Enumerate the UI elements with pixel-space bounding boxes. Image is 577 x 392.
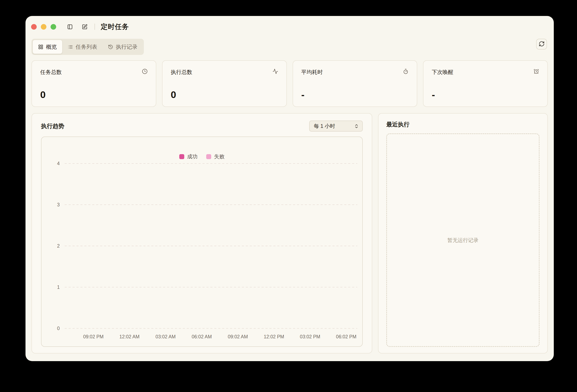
gridline [65,163,357,164]
trend-chart: 成功 失败 4321009:02 PM12:02 AM03:02 AM06:02… [41,137,363,347]
recent-empty-state: 暂无运行记录 [386,133,540,347]
legend-label: 成功 [187,153,198,160]
tab-label: 执行记录 [116,43,137,51]
grid-icon [38,44,43,49]
y-axis-tick: 3 [57,202,60,208]
gridline [65,205,357,205]
recent-title: 最近执行 [386,121,410,128]
stat-value: 0 [171,90,278,100]
stat-value: 0 [40,90,147,100]
tab-label: 概览 [46,43,57,51]
x-axis-tick: 06:02 PM [336,334,356,340]
interval-select[interactable]: 每 1 小时 [309,121,363,132]
x-axis-tick: 09:02 PM [83,334,104,340]
success-swatch [179,154,184,159]
tab-group: 概览 任务列表 执行记录 [32,39,144,55]
tab-label: 任务列表 [76,43,97,51]
activity-icon [273,69,278,74]
stat-value: - [301,90,409,100]
stat-card-total-tasks: 任务总数 0 [32,60,156,107]
chevrons-up-down-icon [354,124,359,129]
history-icon [108,44,113,49]
refresh-button[interactable] [536,39,547,49]
y-axis-tick: 2 [57,243,60,249]
gridline [65,246,357,246]
plot-area: 4321009:02 PM12:02 AM03:02 AM06:02 AM09:… [65,163,357,328]
trend-title: 执行趋势 [41,122,64,130]
tab-row: 概览 任务列表 执行记录 [26,39,554,55]
legend-item-success: 成功 [179,153,198,160]
title-bar: 定时任务 [31,21,548,33]
y-axis-tick: 0 [57,326,60,331]
trend-panel: 执行趋势 每 1 小时 成功 失败 4321009:0 [32,113,372,354]
y-axis-tick: 4 [57,161,60,166]
stat-card-next-wake: 下次唤醒 - [423,60,548,107]
legend-label: 失败 [214,153,224,160]
failure-swatch [206,154,211,159]
titlebar-divider [95,24,95,30]
clock-icon [142,69,147,74]
compose-icon[interactable] [82,24,87,30]
recent-panel: 最近执行 暂无运行记录 [378,113,548,354]
refresh-icon [539,41,545,48]
tab-run-records[interactable]: 执行记录 [103,40,143,54]
list-icon [68,44,73,49]
x-axis-tick: 06:02 AM [192,334,212,340]
stat-card-total-runs: 执行总数 0 [162,60,287,107]
page-title: 定时任务 [101,22,129,32]
stat-value: - [432,90,539,100]
gridline [65,287,357,287]
empty-state-text: 暂无运行记录 [447,237,478,244]
stat-label: 下次唤醒 [432,69,453,76]
stat-label: 任务总数 [40,69,62,76]
x-axis-tick: 03:02 PM [300,334,320,340]
y-axis-tick: 1 [57,285,60,290]
alarm-clock-icon [534,69,539,74]
sidebar-toggle-icon[interactable] [67,24,73,30]
x-axis-tick: 09:02 AM [228,334,248,340]
interval-select-value: 每 1 小时 [314,123,335,130]
timer-icon [403,69,408,74]
zoom-window-button[interactable] [51,24,56,30]
legend-item-failure: 失败 [206,153,224,160]
main-content: 执行趋势 每 1 小时 成功 失败 4321009:0 [26,113,554,354]
stat-label: 执行总数 [171,69,192,76]
gridline [65,328,357,329]
minimize-window-button[interactable] [41,24,46,30]
x-axis-tick: 12:02 AM [119,334,140,340]
close-window-button[interactable] [31,24,37,30]
stats-row: 任务总数 0 执行总数 0 平均耗时 - [26,60,554,107]
chart-legend: 成功 失败 [41,153,362,160]
x-axis-tick: 03:02 AM [155,334,176,340]
tab-overview[interactable]: 概览 [33,40,62,54]
tab-task-list[interactable]: 任务列表 [62,40,103,54]
stat-card-avg-duration: 平均耗时 - [293,60,417,107]
app-window: 定时任务 概览 任务列表 执行记录 [26,16,554,361]
x-axis-tick: 12:02 PM [264,334,284,340]
stat-label: 平均耗时 [301,69,323,76]
